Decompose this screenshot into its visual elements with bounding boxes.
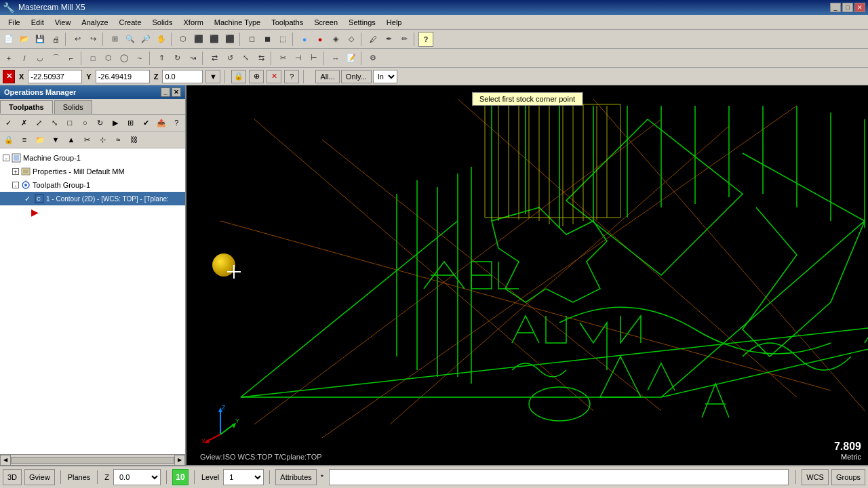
tree-machine-group[interactable]: - Machine Group-1 — [0, 151, 185, 165]
tb2-gear[interactable]: ⚙ — [366, 51, 380, 66]
panel-blend[interactable]: ≈ — [111, 133, 125, 146]
y-input[interactable] — [96, 70, 150, 83]
panel-chain[interactable]: ⛓ — [126, 133, 141, 146]
panel-cut[interactable]: ✂ — [79, 133, 94, 146]
panel-verify[interactable]: ✔ — [139, 116, 154, 129]
tb2-note[interactable]: 📝 — [344, 51, 359, 66]
minimize-button[interactable]: _ — [830, 3, 841, 12]
menu-solids[interactable]: Solids — [147, 17, 178, 28]
tb2-arc[interactable]: ◡ — [33, 51, 47, 66]
tb2-rect[interactable]: □ — [85, 51, 100, 66]
tb2-break[interactable]: ⊢ — [307, 51, 321, 66]
filter-only-btn[interactable]: Only... — [341, 70, 372, 83]
menu-file[interactable]: File — [3, 17, 26, 28]
tb-redo[interactable]: ↪ — [85, 32, 100, 47]
tb-side[interactable]: ⬛ — [222, 32, 237, 47]
tb-tool3[interactable]: ✏ — [397, 32, 412, 47]
tree-contour-item[interactable]: ✓ C 1 - Contour (2D) - [WCS: TOP] - [Tpl… — [0, 192, 185, 205]
level-dropdown[interactable]: 1 — [223, 469, 264, 485]
viewport[interactable]: Select first stock corner point — [186, 85, 868, 465]
tb2-move[interactable]: ⇄ — [207, 51, 222, 66]
tb-tool2[interactable]: ✒ — [381, 32, 396, 47]
coord-x-icon[interactable]: ✕ — [3, 70, 15, 83]
tb2-extend[interactable]: ⊣ — [291, 51, 306, 66]
menu-toolpaths[interactable]: Toolpaths — [266, 17, 309, 28]
tb-isometric[interactable]: ⬡ — [176, 32, 191, 47]
panel-move-up[interactable]: ▲ — [64, 133, 79, 146]
tb-new[interactable]: 📄 — [1, 32, 16, 47]
tb2-spline[interactable]: ~ — [132, 51, 147, 66]
tb-help[interactable]: ? — [418, 32, 433, 47]
panel-select-all[interactable]: ✓ — [1, 116, 16, 129]
ops-close-btn[interactable]: ✕ — [172, 87, 181, 97]
z-input[interactable] — [162, 70, 203, 83]
coord-lock-btn[interactable]: 🔒 — [231, 70, 246, 83]
panel-box[interactable]: □ — [62, 116, 77, 129]
tb-pan[interactable]: ✋ — [154, 32, 169, 47]
tb-wireframe[interactable]: ◻ — [244, 32, 259, 47]
menu-view[interactable]: View — [50, 17, 77, 28]
filter-all-btn[interactable]: All... — [315, 70, 339, 83]
tb2-ellipse[interactable]: ◯ — [117, 51, 132, 66]
tb2-add-point[interactable]: + — [1, 51, 16, 66]
expand-machine-group[interactable]: - — [3, 155, 9, 161]
coord-del-btn[interactable]: ✕ — [267, 70, 281, 83]
panel-help[interactable]: ? — [170, 116, 184, 129]
tb-save[interactable]: 💾 — [33, 32, 47, 47]
tree-properties[interactable]: + Properties - Mill Default MM — [0, 165, 185, 178]
panel-arrange[interactable]: ≡ — [17, 133, 32, 146]
panel-lock[interactable]: 🔒 — [1, 133, 16, 146]
panel-backplot[interactable]: ▶ — [108, 116, 123, 129]
viewport-canvas[interactable] — [186, 85, 868, 465]
wcs-btn[interactable]: WCS — [802, 469, 829, 485]
tb-open[interactable]: 📂 — [17, 32, 32, 47]
tb-circle[interactable]: ● — [297, 32, 312, 47]
tb2-chamfer[interactable]: ⌐ — [64, 51, 79, 66]
tb-shape1[interactable]: ◈ — [328, 32, 343, 47]
coord-drop-btn[interactable]: ▼ — [205, 70, 220, 83]
tb2-trim[interactable]: ✂ — [275, 51, 290, 66]
maximize-button[interactable]: □ — [842, 3, 853, 12]
tb-zoom-out[interactable]: 🔎 — [138, 32, 153, 47]
tb2-dim[interactable]: ↔ — [328, 51, 343, 66]
expand-toolpath-group[interactable]: - — [12, 182, 19, 188]
tb-zoom-fit[interactable]: ⊞ — [107, 32, 122, 47]
panel-circle[interactable]: ○ — [78, 116, 93, 129]
green-value-box[interactable]: 10 — [172, 469, 189, 485]
tb-front[interactable]: ⬛ — [207, 32, 222, 47]
menu-screen[interactable]: Screen — [309, 17, 343, 28]
coord-snap-btn[interactable]: ⊕ — [249, 70, 264, 83]
panel-move-down[interactable]: ▼ — [48, 133, 63, 146]
panel-collapse-all[interactable]: ⤡ — [47, 116, 62, 129]
expand-properties[interactable]: + — [12, 168, 19, 175]
scroll-right[interactable]: ▶ — [174, 455, 185, 466]
panel-folder[interactable]: 📁 — [33, 133, 47, 146]
menu-help[interactable]: Help — [381, 17, 408, 28]
tb2-line[interactable]: / — [17, 51, 32, 66]
tb2-rotate[interactable]: ↺ — [222, 51, 237, 66]
tb2-revolve[interactable]: ↻ — [170, 51, 184, 66]
tb-undo[interactable]: ↩ — [70, 32, 85, 47]
menu-settings[interactable]: Settings — [343, 17, 381, 28]
menu-analyze[interactable]: Analyze — [76, 17, 113, 28]
tb-top[interactable]: ⬛ — [191, 32, 206, 47]
tab-solids[interactable]: Solids — [54, 100, 92, 114]
menu-create[interactable]: Create — [114, 17, 147, 28]
tb-print[interactable]: 🖨 — [48, 32, 63, 47]
tb-sphere[interactable]: ● — [313, 32, 328, 47]
tb2-extrude[interactable]: ⇑ — [154, 51, 169, 66]
scroll-left[interactable]: ◀ — [0, 455, 11, 466]
panel-expand-all[interactable]: ⤢ — [32, 116, 47, 129]
panel-cut2[interactable]: ⊹ — [95, 133, 110, 146]
tb2-fillet[interactable]: ⌒ — [48, 51, 63, 66]
tb2-polygon[interactable]: ⬡ — [101, 51, 116, 66]
tree-play-item[interactable]: ▶ — [0, 205, 185, 219]
tb2-sweep[interactable]: ↝ — [185, 51, 200, 66]
menu-edit[interactable]: Edit — [26, 17, 50, 28]
z-value-dropdown[interactable]: 0.0 — [113, 469, 161, 485]
menu-machine-type[interactable]: Machine Type — [209, 17, 266, 28]
close-button[interactable]: ✕ — [854, 3, 865, 12]
status-3d-btn[interactable]: 3D — [3, 469, 22, 485]
tab-toolpaths[interactable]: Toolpaths — [0, 100, 53, 114]
status-gview-btn[interactable]: Gview — [24, 469, 55, 485]
